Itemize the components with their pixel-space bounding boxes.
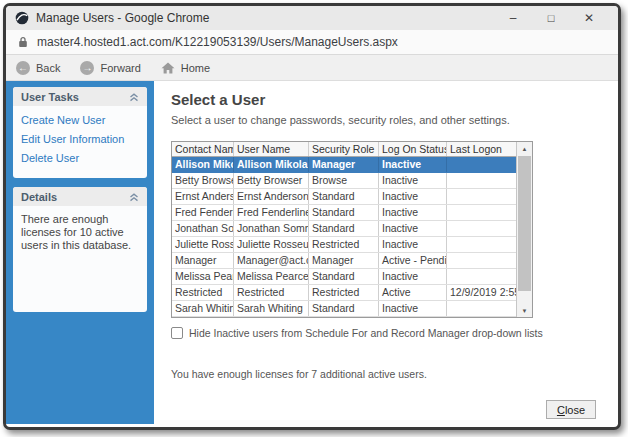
- create-new-user-link[interactable]: Create New User: [21, 113, 139, 127]
- back-button[interactable]: ← Back: [16, 61, 60, 75]
- cell-status: Inactive: [379, 189, 447, 204]
- table-row[interactable]: Fred FenderlineFred FenderlineStandardIn…: [172, 205, 516, 221]
- cell-last_logon: [447, 221, 516, 236]
- cell-user: Melissa Pearce: [234, 269, 309, 284]
- scrollbar-track[interactable]: [517, 155, 532, 304]
- cell-last_logon: [447, 173, 516, 188]
- cell-last_logon: [447, 157, 516, 172]
- user-table-grid: Contact NameUser NameSecurity RoleLog On…: [172, 142, 516, 317]
- cell-user: Fred Fenderline: [234, 205, 309, 220]
- sidebar: User Tasks Create New User Edit User Inf…: [6, 81, 154, 424]
- column-header-contact[interactable]: Contact Name: [172, 142, 234, 156]
- cell-status: Inactive: [379, 269, 447, 284]
- hide-inactive-checkbox[interactable]: [171, 327, 183, 339]
- cell-last_logon: [447, 269, 516, 284]
- cell-contact: Fred Fenderline: [172, 205, 234, 220]
- back-arrow-icon: ←: [16, 61, 30, 75]
- hide-inactive-label: Hide Inactive users from Schedule For an…: [189, 327, 543, 339]
- license-details-text: There are enough licenses for 10 active …: [21, 213, 139, 304]
- scroll-up-icon[interactable]: ▲: [517, 142, 532, 155]
- table-row[interactable]: Melissa PearceMelissa PearceStandardInac…: [172, 269, 516, 285]
- page-content: User Tasks Create New User Edit User Inf…: [6, 81, 618, 424]
- cell-contact: Melissa Pearce: [172, 269, 234, 284]
- address-bar[interactable]: master4.hosted1.act.com/K12219053139/Use…: [6, 30, 618, 55]
- cell-user: Betty Browser: [234, 173, 309, 188]
- scroll-down-icon[interactable]: ▼: [517, 304, 532, 317]
- hide-inactive-row: Hide Inactive users from Schedule For an…: [171, 327, 618, 339]
- user-tasks-body: Create New User Edit User Information De…: [13, 106, 147, 178]
- address-url[interactable]: master4.hosted1.act.com/K12219053139/Use…: [37, 35, 398, 49]
- cell-status: Inactive: [379, 173, 447, 188]
- table-row[interactable]: RestrictedRestrictedRestrictedActive12/9…: [172, 285, 516, 301]
- table-row[interactable]: Ernst AndersonErnst AndersonStandardInac…: [172, 189, 516, 205]
- table-row[interactable]: Juliette RosseuxJuliette RosseuxRestrict…: [172, 237, 516, 253]
- details-body: There are enough licenses for 10 active …: [13, 206, 147, 312]
- user-tasks-panel-header[interactable]: User Tasks: [13, 87, 147, 106]
- cell-last_logon: [447, 301, 516, 316]
- cell-status: Inactive: [379, 221, 447, 236]
- table-scrollbar[interactable]: ▲ ▼: [516, 142, 532, 317]
- cell-role: Standard: [309, 301, 379, 316]
- user-table: Contact NameUser NameSecurity RoleLog On…: [171, 141, 533, 318]
- page-favicon-icon: [15, 11, 29, 25]
- column-header-status[interactable]: Log On Status: [379, 142, 447, 156]
- lock-icon: [18, 36, 28, 48]
- table-row[interactable]: ManagerManager@act.comManagerActive - Pe…: [172, 253, 516, 269]
- table-row[interactable]: Jonathan SommJonathan SommStandardInacti…: [172, 221, 516, 237]
- cell-role: Standard: [309, 205, 379, 220]
- edit-user-information-link[interactable]: Edit User Information: [21, 132, 139, 146]
- cell-contact: Manager: [172, 253, 234, 268]
- collapse-chevron-icon[interactable]: [129, 193, 139, 202]
- license-note: You have enough licenses for 7 additiona…: [171, 368, 618, 380]
- cell-contact: Betty Browser: [172, 173, 234, 188]
- delete-user-link[interactable]: Delete User: [21, 151, 139, 165]
- cell-status: Active: [379, 285, 447, 300]
- user-table-body: Allison MikolaAllison MikolaManagerInact…: [172, 157, 516, 317]
- table-row[interactable]: Allison MikolaAllison MikolaManagerInact…: [172, 157, 516, 173]
- cell-role: Standard: [309, 189, 379, 204]
- home-button[interactable]: Home: [161, 62, 210, 74]
- cell-role: Browse: [309, 173, 379, 188]
- cell-role: Manager: [309, 157, 379, 172]
- forward-button[interactable]: → Forward: [80, 61, 140, 75]
- forward-label: Forward: [100, 62, 140, 74]
- forward-arrow-icon: →: [80, 61, 94, 75]
- cell-last_logon: [447, 205, 516, 220]
- cell-role: Standard: [309, 221, 379, 236]
- details-title: Details: [21, 191, 57, 203]
- window-controls: – □ ✕: [494, 7, 608, 29]
- cell-status: Inactive: [379, 237, 447, 252]
- column-header-user[interactable]: User Name: [234, 142, 309, 156]
- scrollbar-thumb[interactable]: [518, 156, 531, 291]
- close-button[interactable]: Close: [546, 400, 596, 419]
- cell-user: Manager@act.com: [234, 253, 309, 268]
- maximize-button[interactable]: □: [532, 7, 570, 29]
- cell-user: Ernst Anderson: [234, 189, 309, 204]
- main-area: Select a User Select a user to change pa…: [154, 81, 618, 424]
- screenshot-stage: Manage Users - Google Chrome – □ ✕ maste…: [0, 0, 628, 437]
- table-row[interactable]: Sarah WhitingSarah WhitingStandardInacti…: [172, 301, 516, 317]
- home-icon: [161, 62, 175, 74]
- page-title: Select a User: [171, 91, 618, 108]
- table-row[interactable]: Betty BrowserBetty BrowserBrowseInactive: [172, 173, 516, 189]
- cell-user: Sarah Whiting: [234, 301, 309, 316]
- cell-last_logon: [447, 253, 516, 268]
- details-panel: Details There are enough licenses for 10…: [13, 187, 147, 312]
- minimize-button[interactable]: –: [494, 7, 532, 29]
- user-table-header: Contact NameUser NameSecurity RoleLog On…: [172, 142, 516, 157]
- column-header-last_logon[interactable]: Last Logon: [447, 142, 516, 156]
- cell-role: Manager: [309, 253, 379, 268]
- page-subtitle: Select a user to change passwords, secur…: [171, 114, 618, 126]
- cell-role: Restricted: [309, 237, 379, 252]
- title-bar: Manage Users - Google Chrome – □ ✕: [6, 6, 618, 30]
- column-header-role[interactable]: Security Role: [309, 142, 379, 156]
- home-label: Home: [181, 62, 210, 74]
- cell-contact: Jonathan Somm: [172, 221, 234, 236]
- details-panel-header[interactable]: Details: [13, 187, 147, 206]
- cell-last_logon: [447, 189, 516, 204]
- window-close-button[interactable]: ✕: [570, 7, 608, 29]
- cell-status: Inactive: [379, 301, 447, 316]
- collapse-chevron-icon[interactable]: [129, 93, 139, 102]
- cell-contact: Sarah Whiting: [172, 301, 234, 316]
- cell-role: Restricted: [309, 285, 379, 300]
